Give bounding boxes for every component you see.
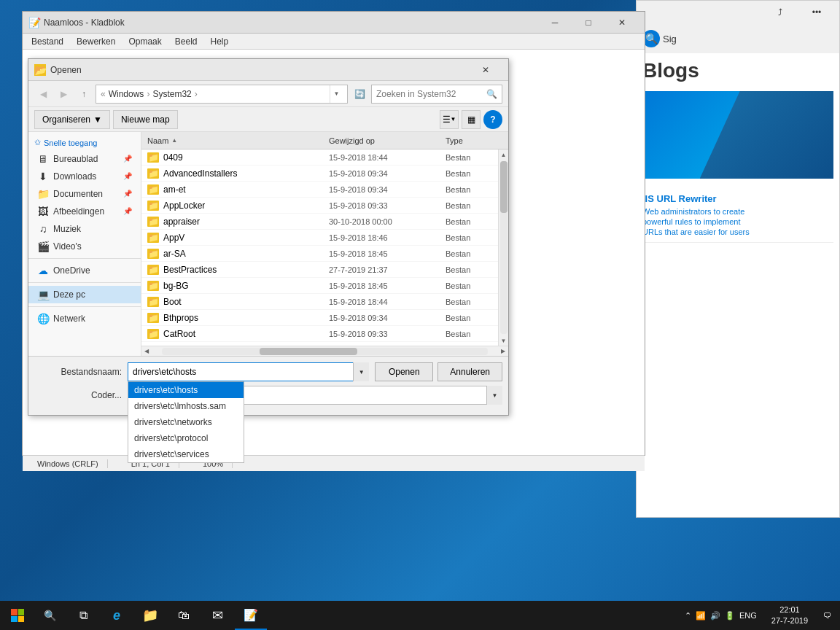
taskbar-store-btn[interactable]: 🛍: [168, 601, 200, 630]
cancel-btn[interactable]: Annuleren: [438, 362, 502, 381]
file-row[interactable]: 📁 ar-SA 15-9-2018 18:45 Bestan: [141, 246, 498, 262]
scroll-thumb[interactable]: [500, 161, 508, 213]
taskbar-search-btn[interactable]: 🔍: [35, 601, 64, 630]
sidebar-item-netwerk[interactable]: 🌐 Netwerk: [28, 310, 141, 327]
taskbar-battery-icon[interactable]: 🔋: [725, 611, 735, 621]
taskbar-lang-icon[interactable]: ENG: [739, 611, 757, 620]
file-list-header: Naam ▲ Gewijzigd op Type: [141, 132, 508, 149]
taskbar-edge-btn[interactable]: e: [101, 601, 133, 630]
file-row[interactable]: 📁 AppLocker 15-9-2018 09:33 Bestan: [141, 198, 498, 214]
nav-forward-btn[interactable]: ▶: [55, 85, 72, 103]
open-btn[interactable]: Openen: [375, 362, 433, 381]
notepad-menu-opmaak[interactable]: Opmaak: [122, 35, 167, 48]
new-folder-btn[interactable]: Nieuwe map: [113, 110, 178, 129]
file-row[interactable]: 📁 BestPractices 27-7-2019 21:37 Bestan: [141, 262, 498, 278]
file-row[interactable]: 📁 0409 15-9-2018 18:44 Bestan: [141, 149, 498, 166]
sidebar-item-muziek[interactable]: ♫ Muziek: [28, 220, 141, 238]
taskbar-volume-icon[interactable]: 🔊: [710, 611, 720, 621]
sidebar-item-documenten[interactable]: 📁 Documenten 📌: [28, 185, 141, 203]
taskbar-explorer-btn[interactable]: 📁: [134, 601, 166, 630]
search-input[interactable]: [376, 89, 486, 99]
dialog-body: ✩ Snelle toegang 🖥 Bureaublad 📌 ⬇ Downlo…: [28, 132, 508, 356]
search-icon[interactable]: 🔍: [486, 85, 497, 103]
nav-up-btn[interactable]: ↑: [75, 85, 93, 103]
notepad-menu-bestand[interactable]: Bestand: [26, 35, 69, 48]
col-name-header[interactable]: Naam ▲: [141, 136, 323, 145]
address-dropdown-btn[interactable]: ▼: [330, 85, 343, 103]
file-row[interactable]: 📁 bg-BG 15-9-2018 18:45 Bestan: [141, 278, 498, 294]
taskbar-mail-btn[interactable]: ✉: [201, 601, 233, 630]
taskbar-notification-btn[interactable]: 🗨: [817, 601, 837, 630]
horiz-scroll-track[interactable]: [162, 348, 488, 355]
scroll-right-btn[interactable]: ▶: [498, 346, 508, 357]
scroll-left-btn[interactable]: ◀: [141, 346, 152, 357]
taskbar-notepad-btn[interactable]: 📝: [235, 601, 267, 630]
breadcrumb-system32[interactable]: System32: [152, 89, 191, 99]
autocomplete-item-2[interactable]: drivers\etc\networks: [128, 414, 244, 430]
autocomplete-item-0[interactable]: drivers\etc\hosts: [128, 382, 244, 398]
autocomplete-item-3[interactable]: drivers\etc\protocol: [128, 430, 244, 446]
browser-more-btn[interactable]: •••: [800, 1, 833, 24]
view-btn[interactable]: ☰ ▼: [440, 110, 459, 129]
taskbar-clock[interactable]: 22:01 27-7-2019: [766, 602, 814, 630]
file-row[interactable]: 📁 Bthprops 15-9-2018 09:34 Bestan: [141, 310, 498, 326]
file-name-cell: 📁 BestPractices: [141, 265, 323, 275]
sidebar-item-videos[interactable]: 🎬 Video's: [28, 238, 141, 255]
scroll-down-btn[interactable]: ▼: [499, 335, 509, 346]
dialog-close-btn[interactable]: ✕: [469, 59, 502, 81]
file-row[interactable]: 📁 Boot 15-9-2018 18:44 Bestan: [141, 294, 498, 310]
horizontal-scrollbar[interactable]: ◀ ▶: [141, 346, 508, 356]
file-name-text: AppLocker: [163, 201, 205, 211]
filetype-dropdown-btn[interactable]: ▼: [486, 386, 502, 405]
sidebar-quick-access-header[interactable]: ✩ Snelle toegang: [28, 135, 141, 150]
organize-btn[interactable]: Organiseren ▼: [34, 110, 110, 129]
col-date-header[interactable]: Gewijzigd op: [323, 136, 440, 145]
file-date-cell: 15-9-2018 18:44: [323, 153, 440, 162]
start-btn[interactable]: [0, 601, 35, 630]
file-row[interactable]: 📁 AdvancedInstallers 15-9-2018 09:34 Bes…: [141, 166, 498, 182]
notepad-menu-bewerken[interactable]: Bewerken: [71, 35, 121, 48]
sidebar-item-afbeeldingen[interactable]: 🖼 Afbeeldingen 📌: [28, 203, 141, 220]
file-name-cell: 📁 AdvancedInstallers: [141, 168, 323, 179]
taskbar-chevron-icon[interactable]: ⌃: [685, 611, 691, 621]
nav-back-btn[interactable]: ◀: [34, 85, 52, 103]
pane-btn[interactable]: ▦: [462, 110, 481, 129]
notepad-minimize-btn[interactable]: ─: [538, 12, 572, 34]
file-date-cell: 15-9-2018 18:45: [323, 281, 440, 290]
sidebar-deze-pc-label: Deze pc: [53, 289, 85, 300]
file-row[interactable]: 📁 am-et 15-9-2018 09:34 Bestan: [141, 182, 498, 198]
dialog-titlebar: 📂 Openen ✕: [28, 59, 508, 81]
new-folder-label: Nieuwe map: [121, 114, 170, 125]
notepad-titlebar: 📝 Naamloos - Kladblok ─ □ ✕: [23, 12, 645, 34]
help-btn[interactable]: ?: [483, 110, 502, 129]
breadcrumb-windows[interactable]: Windows: [109, 89, 144, 99]
sidebar-item-onedrive[interactable]: ☁ OneDrive: [28, 262, 141, 279]
refresh-btn[interactable]: 🔄: [351, 85, 368, 104]
notepad-menu-help[interactable]: Help: [204, 35, 234, 48]
filename-input[interactable]: [128, 362, 369, 381]
sort-arrow: ▲: [171, 137, 177, 144]
open-file-dialog: 📂 Openen ✕ ◀ ▶ ↑ « Windows › System32 › …: [28, 58, 509, 416]
file-row[interactable]: 📁 AppV 15-9-2018 18:46 Bestan: [141, 230, 498, 246]
sidebar-item-bureaublad[interactable]: 🖥 Bureaublad 📌: [28, 150, 141, 168]
sidebar-item-downloads[interactable]: ⬇ Downloads 📌: [28, 168, 141, 185]
scroll-track[interactable]: [500, 161, 508, 334]
file-row[interactable]: 📁 appraiser 30-10-2018 00:00 Bestan: [141, 214, 498, 230]
browser-card-text3: URLs that are easier for users: [642, 228, 833, 236]
autocomplete-item-1[interactable]: drivers\etc\lmhosts.sam: [128, 398, 244, 414]
autocomplete-item-4[interactable]: drivers\etc\services: [128, 446, 244, 462]
sidebar-item-deze-pc[interactable]: 💻 Deze pc: [28, 286, 141, 303]
notepad-menu-beeld[interactable]: Beeld: [169, 35, 203, 48]
col-type-header[interactable]: Type: [440, 136, 498, 145]
taskbar-taskview-btn[interactable]: ⧉: [67, 601, 99, 630]
scroll-up-btn[interactable]: ▲: [499, 149, 509, 160]
notepad-close-btn[interactable]: ✕: [605, 12, 639, 34]
vertical-scrollbar[interactable]: ▲ ▼: [498, 149, 508, 346]
taskbar-network-icon[interactable]: 📶: [696, 611, 706, 621]
file-type-cell: Bestan: [440, 298, 498, 306]
file-row[interactable]: 📁 CatRoot 15-9-2018 09:33 Bestan: [141, 326, 498, 342]
notepad-maximize-btn[interactable]: □: [572, 12, 605, 34]
horiz-scroll-thumb[interactable]: [260, 348, 357, 355]
filename-dropdown-btn[interactable]: ▼: [353, 362, 369, 381]
browser-share-btn[interactable]: ⤴: [763, 1, 797, 24]
